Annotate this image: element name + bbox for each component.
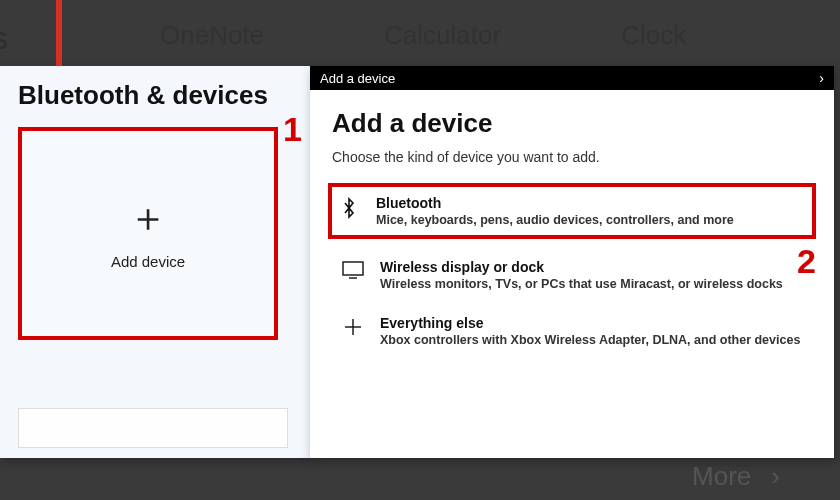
- plus-icon: ＋: [128, 197, 168, 237]
- option-bluetooth[interactable]: Bluetooth Mice, keyboards, pens, audio d…: [328, 183, 816, 239]
- option-desc: Wireless monitors, TVs, or PCs that use …: [380, 277, 783, 291]
- option-desc: Mice, keyboards, pens, audio devices, co…: [376, 213, 734, 227]
- add-device-dialog: Add a device › Add a device Choose the k…: [310, 66, 834, 458]
- search-input[interactable]: [18, 408, 288, 448]
- annotation-marker-2: 2: [797, 242, 816, 281]
- app-calculator: Calculator: [384, 20, 501, 51]
- settings-page-title: Bluetooth & devices: [18, 80, 292, 111]
- option-title: Everything else: [380, 315, 800, 331]
- bg-red-stripe: [56, 0, 62, 68]
- background-apps-row: OneNote Calculator Clock: [0, 20, 840, 51]
- option-everything-else[interactable]: Everything else Xbox controllers with Xb…: [332, 303, 812, 359]
- add-device-label: Add device: [111, 253, 185, 270]
- dialog-titlebar: Add a device ›: [310, 66, 834, 90]
- app-clock: Clock: [621, 20, 686, 51]
- settings-panel: Bluetooth & devices ＋ Add device: [0, 66, 310, 458]
- monitor-icon: [340, 259, 366, 279]
- chevron-right-icon: ›: [771, 461, 780, 492]
- option-title: Bluetooth: [376, 195, 734, 211]
- dialog-heading: Add a device: [332, 108, 812, 139]
- option-desc: Xbox controllers with Xbox Wireless Adap…: [380, 333, 800, 347]
- dialog-titlebar-text: Add a device: [320, 71, 395, 86]
- bg-left-partial: s: [0, 20, 8, 57]
- option-title: Wireless display or dock: [380, 259, 783, 275]
- dialog-subtitle: Choose the kind of device you want to ad…: [332, 149, 812, 165]
- add-device-tile[interactable]: ＋ Add device: [18, 127, 278, 340]
- svg-rect-0: [343, 262, 363, 275]
- bluetooth-icon: [336, 195, 362, 219]
- annotation-marker-1: 1: [283, 110, 302, 149]
- option-wireless-display[interactable]: Wireless display or dock Wireless monito…: [332, 247, 812, 303]
- background-more: More ›: [692, 461, 780, 492]
- chevron-right-icon: ›: [819, 70, 824, 86]
- app-onenote: OneNote: [160, 20, 264, 51]
- plus-icon: [340, 315, 366, 337]
